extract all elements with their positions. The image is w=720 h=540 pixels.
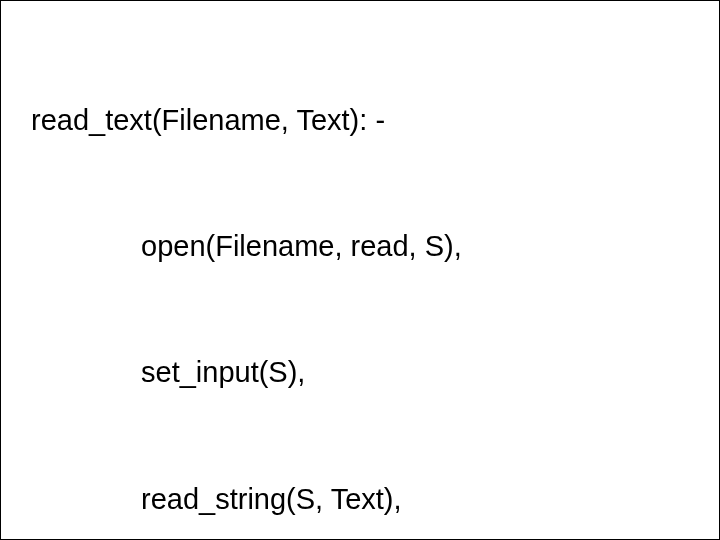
code-line-1: read_text(Filename, Text): - bbox=[31, 99, 719, 141]
code-block: read_text(Filename, Text): - open(Filena… bbox=[31, 15, 719, 540]
code-line-3: set_input(S), bbox=[31, 351, 719, 393]
code-snippet-container: read_text(Filename, Text): - open(Filena… bbox=[0, 0, 720, 540]
code-line-4: read_string(S, Text), bbox=[31, 478, 719, 520]
code-line-2: open(Filename, read, S), bbox=[31, 225, 719, 267]
